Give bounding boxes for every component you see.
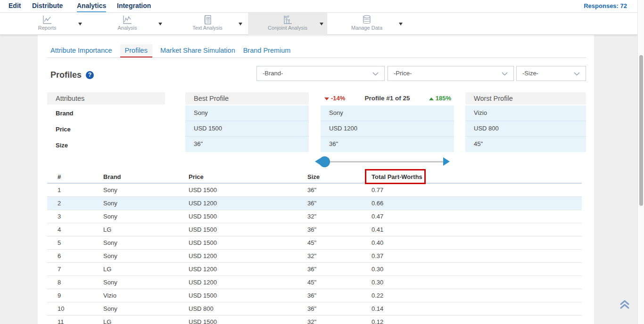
row-price: USD 800 [189, 302, 214, 315]
responses-count[interactable]: Responses: 72 [584, 0, 627, 13]
best-profile-panel: Sony USD 1500 36" [185, 105, 309, 152]
increase-badge: 185% [429, 92, 451, 105]
nav-item-edit[interactable]: Edit [8, 0, 21, 12]
tool-reports[interactable]: Reports [17, 13, 78, 35]
tool-manage-data[interactable]: Manage Data [336, 13, 397, 35]
current-profile-price: USD 1200 [321, 121, 454, 137]
best-profile-size: 36" [185, 137, 309, 152]
scroll-to-top-button[interactable] [619, 299, 635, 314]
row-num: 1 [58, 184, 61, 196]
row-num: 2 [58, 197, 61, 210]
tabs-divider [47, 57, 586, 58]
table-row[interactable]: 5 Sony USD 1500 45" 0.40 [47, 236, 582, 250]
table-row[interactable]: 2 Sony USD 1200 36" 0.66 [47, 197, 582, 210]
row-worth: 0.22 [372, 289, 383, 302]
row-price: USD 1500 [189, 210, 217, 223]
column-header-brand[interactable]: Brand [103, 171, 121, 183]
database-icon [361, 15, 372, 25]
conjoint-analysis-dropdown-caret-icon[interactable] [320, 23, 323, 25]
row-num: 3 [58, 210, 61, 223]
table-row[interactable]: 7 LG USD 1200 36" 0.30 [47, 263, 582, 276]
annotation-highlight-box [365, 169, 426, 184]
tool-reports-label: Reports [17, 25, 78, 31]
tab-attribute-importance[interactable]: Attribute Importance [50, 44, 112, 57]
row-brand: LG [103, 223, 111, 236]
attributes-panel: Brand Price Size [47, 105, 165, 154]
table-row[interactable]: 4 LG USD 1500 36" 0.41 [47, 223, 582, 236]
row-brand: Sony [103, 210, 117, 223]
analysis-dropdown-caret-icon[interactable] [158, 23, 162, 25]
manage-data-dropdown-caret-icon[interactable] [399, 23, 403, 25]
row-size: 36" [307, 263, 316, 275]
table-row[interactable]: 9 Vizio USD 1500 36" 0.22 [47, 289, 582, 302]
reports-dropdown-caret-icon[interactable] [78, 23, 82, 25]
table-header-row: # Brand Price Size Total Part-Worths [47, 171, 582, 184]
size-filter-select[interactable]: -Size- [516, 66, 586, 81]
row-size: 36" [307, 289, 316, 302]
row-worth: 0.37 [372, 250, 383, 262]
profile-slider[interactable] [314, 155, 455, 168]
triangle-up-icon [429, 97, 434, 100]
row-size: 36" [307, 184, 316, 196]
nav-item-distribute[interactable]: Distribute [32, 0, 63, 12]
column-header-num[interactable]: # [58, 171, 61, 183]
row-size: 36" [307, 302, 316, 315]
brand-filter-select[interactable]: -Brand- [256, 66, 385, 81]
app-screen: Edit Distribute Analytics Integration Re… [0, 0, 644, 324]
tool-conjoint-analysis[interactable]: Conjoint Analysis [257, 13, 318, 35]
best-profile-price: USD 1500 [185, 121, 309, 137]
row-num: 10 [58, 302, 64, 315]
table-row[interactable]: 11 LG USD 1500 32" 0.12 [47, 316, 582, 324]
content-card: Attribute Importance Profiles Market Sha… [38, 35, 594, 324]
tool-text-analysis[interactable]: Text Analysis [177, 13, 238, 35]
best-profile-brand: Sony [185, 105, 309, 121]
row-worth: 0.30 [372, 276, 383, 289]
row-brand: Sony [103, 276, 117, 289]
attribute-label-brand: Brand [47, 105, 165, 122]
tab-market-share-simulation[interactable]: Market Share Simulation [160, 44, 235, 57]
table-row[interactable]: 8 Sony USD 1200 45" 0.30 [47, 276, 582, 289]
tool-manage-data-label: Manage Data [336, 25, 397, 31]
column-header-size[interactable]: Size [307, 171, 320, 183]
row-worth: 0.66 [372, 197, 383, 210]
row-price: USD 1200 [189, 197, 217, 210]
slider-track[interactable] [325, 161, 444, 162]
row-price: USD 1200 [189, 263, 217, 275]
price-filter-value: -Price- [394, 70, 412, 77]
slider-handle[interactable] [319, 156, 330, 167]
slider-right-arrow-icon[interactable] [443, 157, 450, 166]
table-row[interactable]: 10 Sony USD 800 36" 0.14 [47, 302, 582, 316]
table-row[interactable]: 3 Sony USD 1500 32" 0.47 [47, 210, 582, 223]
scrollbar-thumb[interactable] [639, 55, 643, 206]
tab-profiles[interactable]: Profiles [120, 44, 152, 58]
tab-brand-premium[interactable]: Brand Premium [243, 44, 291, 57]
table-row[interactable]: 6 Sony USD 1200 32" 0.37 [47, 250, 582, 263]
price-filter-select[interactable]: -Price- [388, 66, 514, 81]
row-price: USD 1500 [189, 316, 217, 324]
row-size: 36" [307, 197, 316, 210]
page-background: Attribute Importance Profiles Market Sha… [0, 35, 637, 324]
worst-profile-header: Worst Profile [465, 92, 586, 105]
table-row[interactable]: 1 Sony USD 1500 36" 0.77 [47, 184, 582, 197]
row-size: 32" [307, 210, 316, 223]
row-worth: 0.14 [372, 302, 383, 315]
size-filter-value: -Size- [522, 70, 538, 77]
row-num: 11 [58, 316, 64, 324]
text-analysis-dropdown-caret-icon[interactable] [239, 23, 242, 25]
trend-chart-icon [122, 15, 133, 25]
nav-item-analytics[interactable]: Analytics [77, 0, 106, 12]
conjoint-tabs: Attribute Importance Profiles Market Sha… [50, 43, 290, 58]
worst-profile-panel: Vizio USD 800 45" [465, 105, 586, 152]
column-header-price[interactable]: Price [189, 171, 204, 183]
nav-item-integration[interactable]: Integration [117, 0, 151, 12]
row-worth: 0.77 [372, 184, 383, 196]
best-profile-header: Best Profile [185, 92, 309, 105]
row-brand: Sony [103, 302, 117, 315]
row-price: USD 1500 [189, 236, 217, 249]
attributes-panel-header: Attributes [47, 92, 165, 105]
tool-analysis[interactable]: Analysis [97, 13, 158, 35]
vertical-scrollbar[interactable] [637, 0, 644, 324]
double-chevron-up-icon [619, 299, 631, 310]
chevron-down-icon [574, 72, 580, 76]
help-icon[interactable]: ? [86, 71, 94, 79]
